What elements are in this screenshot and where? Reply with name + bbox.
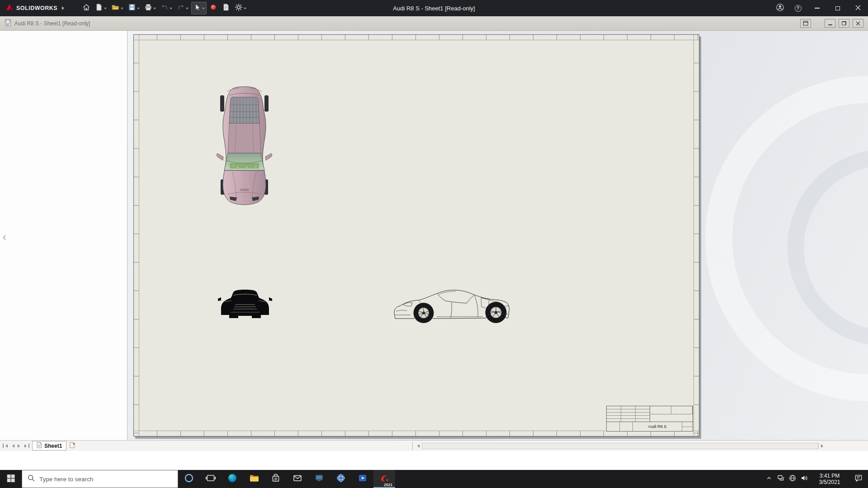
scrollbar-track[interactable] [422,443,819,449]
save-button[interactable] [126,2,142,14]
monitor-app-button[interactable] [308,470,330,488]
select-arrow-icon [193,3,201,13]
scrollbar-thumb[interactable] [422,443,818,449]
title-block-cell [607,422,633,431]
doc-minimize-icon [828,24,832,25]
title-block-upper [607,406,693,422]
title-block-cell [650,414,693,422]
print-button[interactable] [142,2,158,14]
first-sheet-button[interactable] [2,442,9,450]
monitor-icon [314,473,325,485]
workspace: Audi R8 S [0,31,868,440]
account-button[interactable] [771,0,789,16]
taskbar-search[interactable] [22,470,178,488]
add-sheet-button[interactable] [66,441,78,450]
doc-close-button[interactable] [853,19,863,28]
mail-button[interactable] [287,470,308,488]
action-center-button[interactable] [849,470,868,488]
solidworks-taskbar-button[interactable]: 2021 [373,470,395,488]
graphics-viewport[interactable]: Audi R8 S [127,31,868,440]
select-tool-button[interactable] [191,2,207,14]
task-view-button[interactable] [200,470,222,488]
taskbar-clock[interactable]: 3:41 PM 3/5/2021 [810,473,849,485]
collapse-left-icon [2,234,6,242]
chevron-down-icon[interactable] [121,8,123,11]
print-icon [144,3,152,13]
drawing-document-icon [5,19,12,28]
chevron-down-icon[interactable] [153,8,156,11]
chevron-down-icon[interactable] [104,8,107,11]
chevron-down-icon[interactable] [170,8,172,11]
globe-app-button[interactable] [330,470,352,488]
start-button[interactable] [0,470,22,488]
tab-strip-empty [78,441,412,451]
gear-icon [235,3,243,13]
previous-sheet-button[interactable] [9,442,16,450]
internet-access-button[interactable] [787,470,798,488]
undo-button[interactable] [159,2,174,14]
hidden-icons-button[interactable] [763,470,775,488]
doc-minimize-button[interactable] [825,19,835,28]
title-block: Audi R8 S [606,406,693,432]
redo-button[interactable] [175,2,190,14]
drawing-sheet[interactable]: Audi R8 S [133,34,699,436]
doc-restore-button[interactable] [839,19,849,28]
chevron-down-icon[interactable] [244,8,246,11]
home-icon [82,3,90,13]
save-icon [128,3,136,13]
sheet-navigation [0,442,32,450]
help-button[interactable]: ? [789,0,807,16]
arrow-left-icon [4,444,8,448]
network-button[interactable] [775,470,787,488]
new-document-button[interactable] [93,2,108,14]
drawing-view-side[interactable] [392,286,519,326]
edge-button[interactable] [222,470,243,488]
home-button[interactable] [80,2,92,14]
horizontal-scrollbar[interactable] [412,442,827,450]
sheet-tab-sheet1[interactable]: Sheet1 [32,441,66,450]
arrow-left-icon [415,444,420,448]
chevron-up-icon [766,475,772,483]
globe-icon [335,473,346,485]
scroll-right-button[interactable] [820,442,826,449]
toolbar-expand-icon[interactable] [62,6,66,10]
doc-close-icon [856,19,860,28]
mouse-gestures-button[interactable] [208,2,219,14]
volume-icon [800,474,808,484]
store-button[interactable] [265,470,287,488]
arrow-left-icon [10,444,14,448]
minimize-button[interactable] [807,0,827,16]
store-icon [270,473,281,485]
close-button[interactable] [848,0,868,16]
ethernet-icon [777,474,785,484]
revision-table [607,406,650,422]
task-view-icon [205,473,216,485]
volume-button[interactable] [798,470,810,488]
new-document-icon [95,3,103,13]
file-properties-icon [222,3,230,13]
scroll-left-button[interactable] [414,442,421,449]
windows-start-icon [6,473,16,485]
chevron-down-icon[interactable] [137,8,140,11]
search-input[interactable] [39,476,173,483]
last-sheet-button[interactable] [24,442,30,450]
chevron-down-icon[interactable] [186,8,189,11]
quick-access-toolbar [80,2,248,14]
file-explorer-button[interactable] [243,470,265,488]
panel-collapse-button[interactable] [1,233,7,243]
chevron-down-icon[interactable] [202,8,205,11]
minimize-icon [815,8,820,9]
next-sheet-button[interactable] [16,442,23,450]
open-button[interactable] [109,2,125,14]
brand-text: SOLIDWORKS [16,5,57,11]
maximize-button[interactable] [827,0,848,16]
cortana-button[interactable] [178,470,200,488]
drawing-view-front[interactable] [217,286,273,325]
media-app-button[interactable] [352,470,373,488]
doc-window-pane-button[interactable] [800,19,811,28]
title-block-lower: Audi R8 S [607,422,693,431]
document-titlebar: Audi R8 S - Sheet1 [Read-only] [0,16,868,31]
options-button[interactable] [233,2,248,14]
drawing-view-top[interactable] [216,84,273,208]
file-properties-button[interactable] [220,2,232,14]
